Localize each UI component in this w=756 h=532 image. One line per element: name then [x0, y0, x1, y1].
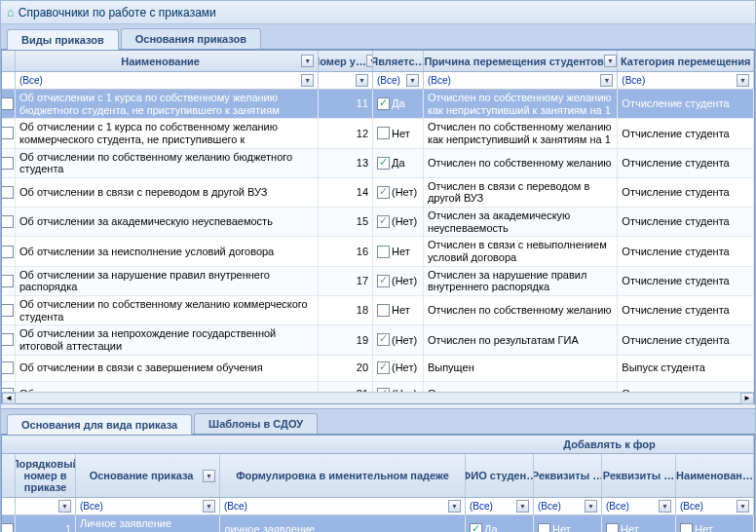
row-checkbox[interactable] — [2, 325, 16, 354]
bottom-grid-body[interactable]: 1Личное заявление студенталичное заявлен… — [2, 515, 754, 532]
table-row[interactable]: Об отчислении за академическую неуспевае… — [2, 208, 754, 237]
row-checkbox[interactable] — [2, 119, 16, 147]
filter-cell[interactable]: (Все)▼ — [466, 498, 534, 514]
cell-is[interactable]: Да — [373, 90, 424, 118]
chevron-down-icon[interactable]: ▼ — [516, 500, 529, 513]
col-req2[interactable]: Реквизиты … — [602, 454, 676, 497]
col-num[interactable]: Номер у…▼ — [319, 51, 373, 71]
cell-is[interactable]: Нет — [373, 296, 424, 324]
checkbox-icon[interactable] — [377, 97, 390, 110]
col-basis[interactable]: Основание приказа▼ — [76, 454, 220, 497]
filter-cell[interactable]: ▼ — [16, 498, 76, 514]
col-name[interactable]: Наименование▼ — [16, 51, 319, 71]
cell-is[interactable]: (Нет) — [373, 382, 424, 392]
table-row[interactable]: Об отчислении по собственному желанию бю… — [2, 149, 754, 178]
tab-order-grounds[interactable]: Основания приказов — [121, 28, 261, 49]
tab-templates[interactable]: Шаблоны в СДОУ — [194, 413, 318, 434]
cell-is[interactable]: Нет — [373, 237, 424, 265]
row-checkbox[interactable] — [2, 515, 16, 532]
cell-flag[interactable]: Нет — [602, 515, 676, 532]
checkbox-icon[interactable] — [377, 215, 390, 228]
chevron-down-icon[interactable]: ▼ — [737, 500, 749, 513]
row-checkbox[interactable] — [2, 296, 16, 324]
cell-is[interactable]: (Нет) — [373, 356, 424, 381]
chevron-down-icon[interactable]: ▼ — [448, 500, 461, 513]
table-row[interactable]: Об отчислении с 1 курса по собственному … — [2, 90, 754, 119]
row-checkbox[interactable] — [2, 267, 16, 295]
checkbox-icon[interactable] — [606, 523, 619, 532]
checkbox-icon[interactable] — [377, 246, 390, 258]
scroll-left-icon[interactable]: ◄ — [2, 393, 16, 404]
checkbox-icon[interactable] — [377, 361, 390, 374]
col-wording[interactable]: Формулировка в именительном падеже — [220, 454, 466, 497]
row-checkbox[interactable] — [2, 356, 16, 381]
cell-is[interactable]: Да — [373, 149, 424, 177]
top-grid-body[interactable]: Об отчислении с 1 курса по собственному … — [2, 90, 754, 392]
hscrollbar[interactable]: ◄ ► — [2, 392, 754, 403]
sort-icon[interactable]: ▼ — [366, 55, 373, 67]
row-checkbox[interactable] — [2, 208, 16, 236]
chevron-down-icon[interactable]: ▼ — [58, 500, 71, 513]
cell-flag[interactable]: Да — [466, 515, 534, 532]
checkbox-icon[interactable] — [377, 157, 390, 170]
chevron-down-icon[interactable]: ▼ — [203, 500, 215, 513]
tab-grounds-for-type[interactable]: Основания для вида приказа — [7, 414, 192, 435]
cell-flag[interactable]: Нет — [534, 515, 602, 532]
cell-is[interactable]: (Нет) — [373, 208, 424, 236]
table-row[interactable]: Об отчислении в связи с переводом в друг… — [2, 178, 754, 208]
checkbox-icon[interactable] — [377, 127, 390, 139]
table-row[interactable]: Об отчислении в связи со смертью21(Нет)О… — [2, 382, 754, 392]
checkbox-icon[interactable] — [680, 523, 693, 532]
sort-icon[interactable]: ▼ — [203, 470, 215, 482]
filter-cell[interactable]: ▼ — [319, 72, 373, 89]
filter-cell[interactable]: (Все)▼ — [424, 72, 618, 89]
row-checkbox[interactable] — [2, 237, 16, 265]
scroll-right-icon[interactable]: ► — [740, 393, 754, 404]
sort-icon[interactable]: ▼ — [301, 55, 314, 67]
filter-cell[interactable]: (Все)▼ — [618, 72, 754, 89]
checkbox-icon[interactable] — [377, 275, 390, 287]
filter-cell[interactable]: (Все)▼ — [534, 498, 602, 514]
col-fio[interactable]: ФИО студен… — [466, 454, 534, 497]
checkbox-icon[interactable] — [538, 523, 550, 532]
filter-cell[interactable]: (Все)▼ — [602, 498, 676, 514]
table-row[interactable]: Об отчислении с 1 курса по собственному … — [2, 119, 754, 148]
cell-flag[interactable]: Нет — [676, 515, 754, 532]
chevron-down-icon[interactable]: ▼ — [659, 500, 671, 513]
checkbox-icon[interactable] — [470, 523, 482, 532]
table-row[interactable]: Об отчислении в связи с завершением обуч… — [2, 356, 754, 382]
col-seqnum[interactable]: Порядковый номер в приказе — [16, 454, 76, 497]
table-row[interactable]: Об отчислении по собственному желанию ко… — [2, 296, 754, 325]
filter-cell[interactable]: (Все)▼ — [373, 72, 424, 89]
filter-cell[interactable]: (Все)▼ — [76, 498, 220, 514]
sort-icon[interactable]: ▼ — [604, 55, 617, 67]
row-checkbox[interactable] — [2, 382, 16, 392]
tab-order-types[interactable]: Виды приказов — [7, 29, 119, 50]
col-checkbox[interactable] — [2, 51, 16, 71]
filter-cell[interactable]: (Все)▼ — [676, 498, 754, 514]
filter-cell[interactable] — [2, 498, 16, 514]
table-row[interactable]: Об отчислении за непрохождение государст… — [2, 325, 754, 355]
checkbox-icon[interactable] — [377, 304, 390, 317]
chevron-down-icon[interactable]: ▼ — [600, 74, 613, 87]
col-req1[interactable]: Реквизиты … — [534, 454, 602, 497]
table-row[interactable]: 1Личное заявление студенталичное заявлен… — [2, 515, 754, 532]
chevron-down-icon[interactable]: ▼ — [301, 74, 314, 87]
row-checkbox[interactable] — [2, 90, 16, 118]
checkbox-icon[interactable] — [377, 333, 390, 346]
chevron-down-icon[interactable]: ▼ — [406, 74, 419, 87]
chevron-down-icon[interactable]: ▼ — [356, 74, 368, 87]
filter-cell[interactable]: (Все)▼ — [220, 498, 466, 514]
filter-cell[interactable] — [2, 72, 16, 89]
cell-is[interactable]: (Нет) — [373, 267, 424, 295]
table-row[interactable]: Об отчислении за неисполнение условий до… — [2, 237, 754, 266]
cell-is[interactable]: (Нет) — [373, 325, 424, 354]
row-checkbox[interactable] — [2, 178, 16, 207]
filter-cell[interactable]: (Все)▼ — [16, 72, 319, 89]
checkbox-icon[interactable] — [377, 186, 390, 199]
col-checkbox[interactable] — [2, 454, 16, 497]
cell-is[interactable]: (Нет) — [373, 178, 424, 207]
cell-is[interactable]: Нет — [373, 119, 424, 147]
col-reason[interactable]: Причина перемещения студентов▼ — [424, 51, 618, 71]
chevron-down-icon[interactable]: ▼ — [737, 74, 749, 87]
